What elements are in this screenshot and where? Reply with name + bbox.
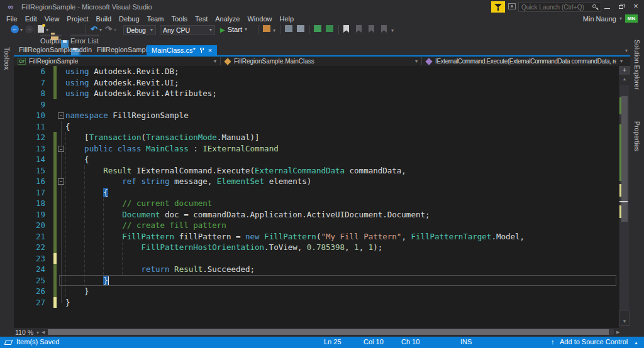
sidebar-tab-toolbox[interactable]: Toolbox [3,47,11,70]
user-dropdown-icon[interactable]: ▾ [619,16,622,22]
fold-collapse-icon[interactable] [58,112,64,119]
status-column-number[interactable]: Col 10 [364,338,384,345]
start-debug-button[interactable]: ▶ Start ▾ [220,26,247,33]
tab-list-dropdown-icon[interactable]: ▾ [625,48,628,54]
redo-dropdown-icon[interactable]: ▾ [114,27,116,33]
code-line-26[interactable]: 26 } [14,286,619,297]
vertical-scrollbar[interactable]: + ▲ ▼ [619,66,630,328]
code-line-21[interactable]: 21 FillPattern fillPattern = new FillPat… [14,231,619,242]
code-line-10[interactable]: 10namespace FillRegionSample [14,110,619,121]
menu-item-team[interactable]: Team [143,15,168,23]
splitter-handle[interactable]: + [619,66,630,75]
comment-icon[interactable] [314,25,321,32]
menu-item-project[interactable]: Project [63,15,92,23]
next-bookmark-icon[interactable] [369,25,374,33]
navbar-project-dropdown-icon[interactable]: ▾ [214,58,216,65]
code-line-20[interactable]: 20 // create fill pattern [14,220,619,231]
new-item-icon[interactable] [38,25,44,33]
redo-icon[interactable]: ↷ [105,25,112,34]
menu-item-debug[interactable]: Debug [115,15,143,23]
navbar-project-dropdown[interactable]: FillRegionSample [29,58,78,65]
pin-icon[interactable] [199,47,204,53]
code-line-17[interactable]: 17 { [14,187,619,198]
menu-item-file[interactable]: File [3,15,21,23]
minimize-button[interactable] [601,0,613,13]
feedback-icon[interactable] [508,3,516,9]
menu-item-view[interactable]: View [41,15,64,23]
horizontal-scrollbar[interactable] [48,329,614,335]
panel-tab-output[interactable]: Output [40,37,61,45]
user-name[interactable]: Min Naung [583,15,616,23]
menu-item-window[interactable]: Window [243,15,275,23]
scrollbar-thumb[interactable] [621,96,628,222]
code-line-27[interactable]: 27} [14,297,619,308]
code-line-11[interactable]: 11{ [14,121,619,133]
scroll-up-icon[interactable]: ▲ [619,77,630,81]
solution-configuration-dropdown[interactable]: Debug ▾ [123,25,156,35]
code-line-15[interactable]: 15 Result IExternalCommand.Execute(Exter… [14,165,619,177]
attach-to-process-icon[interactable] [263,25,270,32]
code-editor[interactable]: 6using Autodesk.Revit.DB;7using Autodesk… [14,66,619,328]
previous-bookmark-icon[interactable] [356,25,362,33]
navbar-member-dropdown[interactable]: IExternalCommand.Execute(ExternalCommand… [435,58,616,65]
menu-item-help[interactable]: Help [276,15,298,23]
code-line-16[interactable]: 16 ref string message, ElementSet elemen… [14,176,619,187]
code-line-8[interactable]: 8using Autodesk.Revit.Attributes; [14,88,619,99]
panel-tab-error-list[interactable]: Error List [70,37,99,45]
code-line-6[interactable]: 6using Autodesk.Revit.DB; [14,66,619,77]
status-insert-mode[interactable]: INS [460,338,472,345]
fold-collapse-icon[interactable] [58,178,64,185]
navigate-forward-icon[interactable]: → [25,25,33,33]
zoom-dropdown-icon[interactable]: ▾ [36,330,39,336]
navigate-forward-code-icon[interactable] [297,25,304,32]
navbar-type-dropdown-icon[interactable]: ▾ [415,58,418,65]
navigate-backward-icon[interactable]: ← [11,25,19,33]
tab-fillregionsample-addin[interactable]: FillRegionSample.addin [14,45,97,55]
navigate-back-code-icon[interactable] [285,25,292,32]
navbar-member-dropdown-icon[interactable]: ▾ [620,58,623,65]
editor-zoom-dropdown[interactable]: 110 % [15,329,33,336]
quick-launch-input[interactable] [521,4,592,11]
code-line-9[interactable]: 9 [14,99,619,111]
uncomment-icon[interactable] [326,25,333,32]
new-item-dropdown-icon[interactable]: ▾ [46,27,48,33]
menu-item-analyze[interactable]: Analyze [211,15,243,23]
toolbar-overflow-icon[interactable]: ▾ [273,28,275,34]
solution-platform-dropdown[interactable]: Any CPU ▾ [160,25,215,35]
scroll-right-icon[interactable]: ▶ [616,330,619,335]
add-to-source-control-button[interactable]: Add to Source Control [560,338,628,345]
bookmark-icon[interactable] [343,25,349,33]
fold-collapse-icon[interactable] [58,146,64,152]
sidebar-tab-properties[interactable]: Properties [633,121,641,151]
restore-button[interactable] [615,0,628,13]
scroll-left-icon[interactable]: ◀ [42,330,45,335]
code-line-25[interactable]: 25 } [14,275,619,286]
code-line-7[interactable]: 7using Autodesk.Revit.UI; [14,77,619,89]
code-line-13[interactable]: 13 public class MainClass : IExternalCom… [14,143,619,155]
navbar-type-dropdown[interactable]: FillRegionSample.MainClass [234,58,314,65]
status-character-number[interactable]: Ch 10 [401,338,419,345]
source-control-caret-icon[interactable]: ▲ [634,340,638,345]
sidebar-tab-solution-explorer[interactable]: Solution Explorer [633,40,641,90]
menu-item-edit[interactable]: Edit [21,15,41,23]
close-tab-icon[interactable]: × [208,46,212,54]
code-line-24[interactable]: 24 return Result.Succeeded; [14,264,619,275]
menu-item-test[interactable]: Test [191,15,211,23]
code-line-19[interactable]: 19 Document doc = commandData.Applicatio… [14,209,619,220]
navigate-backward-dropdown-icon[interactable]: ▾ [20,27,23,33]
bookmark-overflow-icon[interactable]: ▾ [391,28,394,34]
feedback-filter-icon[interactable] [491,1,505,13]
tab-mainclass-cs[interactable]: MainClass.cs* × [147,45,217,55]
undo-dropdown-icon[interactable]: ▾ [99,27,102,33]
avatar[interactable]: MN [625,14,638,23]
horizontal-scrollbar-thumb[interactable] [48,329,609,335]
quick-launch-box[interactable] [518,2,601,12]
menu-item-tools[interactable]: Tools [167,15,191,23]
close-button[interactable]: × [630,0,642,13]
code-line-23[interactable]: 23 [14,253,619,264]
code-line-22[interactable]: 22 FillPatternHostOrientation.ToView, 0.… [14,242,619,253]
code-line-18[interactable]: 18 // current document [14,198,619,209]
code-line-12[interactable]: 12 [Transaction(TransactionMode.Manual)] [14,132,619,143]
code-line-14[interactable]: 14 { [14,154,619,165]
undo-icon[interactable]: ↶ [91,25,97,34]
